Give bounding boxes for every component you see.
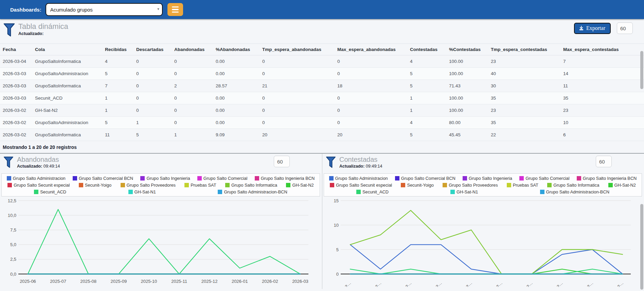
legend-item: Secunit-Yoigo — [79, 183, 112, 188]
col-header: Max_espera_contestadas — [560, 44, 644, 55]
table-cell: 0 — [335, 117, 407, 129]
legend-swatch-icon — [608, 183, 613, 187]
legend-swatch-icon — [401, 183, 405, 187]
table-row: 2026-03-02GrupoSaltoAdministracion5100.0… — [0, 117, 644, 129]
legend-item: Grupo Salto Proveedores — [121, 183, 176, 188]
table-cell: 0 — [172, 55, 213, 68]
updated-label: Actualizado: — [18, 31, 43, 36]
table-cell: 4 — [407, 55, 446, 68]
dashboard-select[interactable]: Acumulado grupos — [46, 3, 163, 16]
legend-swatch-icon — [140, 176, 145, 181]
svg-text:2···: 2··· — [556, 281, 564, 287]
table-cell: 11 — [102, 129, 133, 141]
svg-text:2···: 2··· — [525, 281, 534, 287]
records-count: Mostrando 1 a 20 de 20 registros — [0, 141, 644, 153]
legend-swatch-icon — [507, 183, 511, 187]
svg-text:2···: 2··· — [344, 281, 353, 287]
table-cell: 0 — [172, 104, 213, 117]
charts-row: Abandonadas Actualizado: 09:49:14 Grupo … — [0, 154, 644, 289]
legend-swatch-icon — [255, 176, 259, 181]
table-cell: 2026-03-02 — [0, 104, 32, 117]
legend-swatch-icon — [286, 183, 290, 187]
table-cell: 1 — [407, 92, 446, 104]
legend-swatch-icon — [7, 183, 12, 187]
legend-item: GH-Sat-N2 — [286, 183, 314, 188]
table-cell: 35 — [488, 117, 560, 129]
legend-item: Grupo Salto Administracion — [7, 176, 66, 181]
table-row: 2026-03-03GrupoSaltoInformatica70228.572… — [0, 80, 644, 92]
svg-text:2026-03: 2026-03 — [292, 279, 308, 284]
table-cell: 18 — [335, 80, 407, 92]
legend-swatch-icon — [184, 183, 189, 187]
legend-item: Grupo Salto Ingenieria — [140, 176, 190, 181]
legend-swatch-icon — [547, 183, 552, 187]
table-cell: 0 — [133, 92, 172, 104]
table-cell: 100.00 — [446, 68, 488, 80]
svg-text:2,5: 2,5 — [10, 257, 16, 262]
table-cell: 22 — [488, 129, 560, 141]
table-cell: 23 — [560, 104, 644, 117]
download-icon — [579, 25, 584, 31]
export-button[interactable]: Exportar — [574, 23, 611, 34]
table-cell: 2026-03-02 — [0, 117, 32, 129]
refresh-seconds-input[interactable] — [596, 156, 612, 167]
svg-text:10,0: 10,0 — [8, 213, 16, 218]
table-cell: 0 — [133, 104, 172, 117]
table-scrollbar[interactable] — [640, 51, 643, 89]
table-cell: 5 — [407, 80, 446, 92]
dashboard-select-wrap: Acumulado grupos ▾ — [46, 3, 163, 16]
legend-swatch-icon — [356, 190, 361, 194]
refresh-seconds-input[interactable] — [274, 156, 290, 167]
table-cell: 0 — [133, 68, 172, 80]
legend-swatch-icon — [34, 190, 38, 194]
legend-swatch-icon — [330, 183, 334, 187]
table-cell: 100.00 — [446, 104, 488, 117]
legend-swatch-icon — [79, 183, 83, 187]
legend-swatch-icon — [463, 176, 467, 181]
svg-text:7,5: 7,5 — [10, 227, 16, 233]
table-cell: 2 — [172, 80, 213, 92]
page-scrollbar[interactable] — [640, 204, 643, 290]
table-row: 2026-03-03Secunit_ACD1000.00001100.00353… — [0, 92, 644, 104]
pivot-table-panel: Tabla dinámica Actualizado: Exportar Fec… — [0, 19, 644, 153]
chart-title: Abandonadas — [17, 156, 60, 163]
legend-item: Grupo Salto Administracion — [329, 176, 388, 181]
legend-swatch-icon — [73, 176, 77, 181]
legend-item: Grupo Salto Informatica — [225, 183, 277, 188]
refresh-seconds-input[interactable] — [617, 22, 633, 34]
table-cell: 23 — [488, 55, 560, 68]
legend-swatch-icon — [7, 176, 11, 181]
table-cell: GrupoSaltoInformatica — [32, 80, 102, 92]
contestadas-chart: 0510152···2···2···2···2···2···2···2···2·… — [322, 196, 642, 287]
svg-text:0: 0 — [336, 272, 339, 277]
legend-swatch-icon — [225, 183, 230, 187]
table-cell: 0 — [335, 92, 407, 104]
hamburger-icon — [172, 6, 179, 8]
legend-item: Grupo Salto Comercial BCN — [73, 176, 133, 181]
table-cell: GrupoSaltoAdministracion — [32, 117, 102, 129]
legend-item: Grupo Salto Proveedores — [443, 183, 498, 188]
svg-text:5: 5 — [336, 247, 339, 252]
table-cell: 28.57 — [213, 80, 260, 92]
table-cell: 0 — [172, 92, 213, 104]
svg-text:2···: 2··· — [616, 281, 625, 287]
table-cell: 5 — [407, 68, 446, 80]
legend-item: GH-Sat-N1 — [128, 189, 156, 194]
col-header: Descartadas — [133, 44, 172, 55]
table-cell: 7 — [102, 80, 133, 92]
legend-swatch-icon — [121, 183, 125, 187]
table-cell: GrupoSaltoInformatica — [32, 55, 102, 68]
col-header: %Contestadas — [446, 44, 488, 55]
col-header: Tmp_espera_contestadas — [488, 44, 560, 55]
svg-text:2025-06: 2025-06 — [20, 279, 36, 284]
legend-item: Secunit_ACD — [356, 189, 389, 194]
table-cell: 35 — [560, 92, 644, 104]
col-header: Tmp_espera_abandonadas — [260, 44, 335, 55]
table-cell: 0 — [260, 92, 335, 104]
legend-item: Secunit-Yoigo — [401, 183, 434, 188]
table-row: 2026-03-04GrupoSaltoInformatica4000.0000… — [0, 55, 644, 68]
table-cell: 0.00 — [213, 68, 260, 80]
table-cell: 30 — [488, 80, 560, 92]
table-cell: 5 — [102, 68, 133, 80]
menu-button[interactable] — [167, 3, 183, 16]
